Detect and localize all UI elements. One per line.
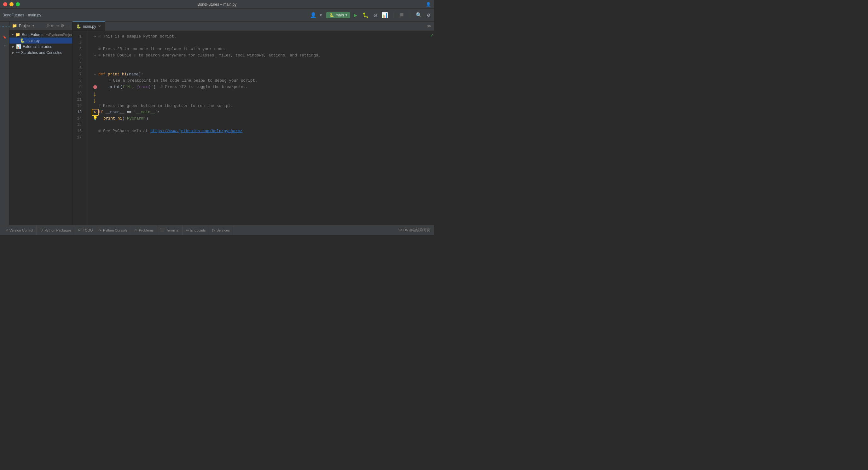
line-num-11: 11 (72, 96, 84, 103)
toolbar-right: 👤 ▾ 🐍 main ▾ ▶ 🐛 ◎ 📊 | ⏹ | 🔍 ⚙ (309, 11, 432, 19)
line12-text: # Press the green button in the gutter t… (98, 103, 233, 109)
user-profile-icon[interactable]: 👤 ▾ (309, 11, 324, 19)
fstring-9: f'Hi, (123, 84, 137, 90)
settings-icon[interactable]: ⚙ (426, 11, 432, 19)
coverage-button[interactable]: ◎ (373, 11, 378, 19)
run-configuration[interactable]: 🐍 main ▾ (326, 12, 350, 18)
line-num-5: 5 (72, 59, 84, 65)
maximize-button[interactable] (16, 2, 20, 6)
status-endpoints[interactable]: ⇔ Endpoints (183, 225, 209, 235)
project-panel-icon[interactable]: Proj (1, 23, 9, 31)
breakpoint-marker[interactable] (93, 85, 97, 89)
minimize-panel-icon[interactable]: — (66, 23, 70, 28)
library-icon: 📊 (16, 44, 21, 49)
tree-item-external-libs[interactable]: ▶ 📊 External Libraries (9, 43, 72, 50)
breadcrumb-separator: › (26, 13, 27, 17)
status-python-packages[interactable]: ⬡ Python Packages (37, 225, 75, 235)
code-line-8: # Use a breakpoint in the code line belo… (92, 78, 430, 84)
locate-icon[interactable]: ⊕ (46, 23, 50, 28)
status-python-console[interactable]: > Python Console (96, 225, 131, 235)
profile-button[interactable]: 📊 (380, 11, 389, 19)
problems-label: Problems (139, 228, 154, 232)
status-terminal[interactable]: ⬛ Terminal (157, 225, 183, 235)
breadcrumb-file[interactable]: main.py (28, 13, 41, 17)
tree-item-main-py[interactable]: 🐍 main.py (9, 37, 72, 43)
structure-panel-icon[interactable]: ≡ (1, 41, 9, 50)
tree-item-bondfutures[interactable]: ▾ 📁 BondFutures ~/PycharmProjects/BondFu… (9, 32, 72, 37)
tab-label: main.py (83, 24, 96, 29)
code-editor[interactable]: 1 2 3 4 5 6 7 8 9 10 11 12 13 14 15 16 1… (72, 31, 434, 225)
scratches-icon: ✏ (16, 50, 20, 55)
editor-tabs: 🐍 main.py ✕ ≫ (72, 22, 434, 31)
code-line-13: ▶ if __name__ == '__main__': (92, 109, 430, 115)
services-icon: ▷ (212, 228, 215, 232)
line-num-1: 1 (72, 33, 84, 40)
collapse-icon[interactable]: ⇤ (51, 23, 55, 28)
print-hi-call: print_hi (103, 115, 122, 122)
line8-text: # Use a breakpoint in the code line belo… (108, 78, 257, 84)
expand-icon[interactable]: ⇥ (56, 23, 59, 28)
run-button[interactable]: ▶ (353, 11, 359, 19)
minimize-button[interactable] (9, 2, 13, 6)
tree-item-scratches[interactable]: ▶ ✏ Scratches and Consoles (9, 50, 72, 56)
fold-icon-1[interactable]: ▸ (94, 33, 96, 40)
tree-expand-arrow: ▾ (12, 33, 13, 36)
todo-icon: ☑ (78, 228, 81, 232)
line16-comment: # See PyCharm help at (98, 128, 150, 135)
fstring-end: ' (151, 84, 154, 90)
project-dropdown-icon[interactable]: ▾ (32, 24, 34, 27)
window-controls[interactable] (3, 2, 20, 6)
folder-icon: 📁 (12, 23, 17, 28)
line-num-17: 17 (72, 135, 84, 141)
fold-icon-4[interactable]: ▸ (94, 52, 96, 59)
main-toolbar: BondFutures › main.py 👤 ▾ 🐍 main ▾ ▶ 🐛 ◎… (0, 9, 434, 22)
breadcrumb-project[interactable]: BondFutures (2, 13, 24, 17)
gear-icon[interactable]: ⚙ (61, 23, 64, 28)
pycharm-link[interactable]: https://www.jetbrains.com/help/pycharm/ (150, 128, 243, 135)
tab-overflow-menu[interactable]: ≫ (424, 23, 434, 29)
left-panel-icons: Proj 🔖 ≡ (0, 22, 9, 225)
line-num-2: 2 (72, 40, 84, 46)
code-line-15 (92, 122, 430, 128)
status-problems[interactable]: ⚠ Problems (131, 225, 157, 235)
project-root-label: BondFutures (22, 32, 43, 37)
code-content[interactable]: ▸ # This is a sample Python script. # Pr… (87, 31, 430, 225)
project-panel-header: 📁 Project ▾ ⊕ ⇤ ⇥ ⚙ — (9, 22, 72, 30)
services-label: Services (217, 228, 230, 232)
packages-icon: ⬡ (40, 228, 43, 232)
project-folder-icon: 📁 (15, 32, 20, 37)
endpoints-label: Endpoints (190, 228, 206, 232)
tab-close-button[interactable]: ✕ (98, 24, 101, 28)
code-line-12: # Press the green button in the gutter t… (92, 103, 430, 109)
project-toolbar: ⊕ ⇤ ⇥ ⚙ — (46, 23, 70, 28)
status-services[interactable]: ▷ Services (209, 225, 233, 235)
problems-icon: ⚠ (134, 228, 137, 232)
run-config-icon: 🐍 (329, 13, 334, 17)
run-config-label: main (336, 13, 344, 17)
user-icon[interactable]: 👤 (426, 2, 431, 7)
status-todo[interactable]: ☑ TODO (75, 225, 96, 235)
status-right-text: CSDN @超级刷可觉 (399, 228, 432, 233)
fold-icon-7[interactable]: ▸ (94, 71, 96, 78)
main-py-label: main.py (27, 38, 40, 43)
run-gutter-button[interactable]: ▶ (92, 109, 99, 116)
stop-button[interactable]: ⏹ (398, 11, 406, 19)
param-name: name (129, 71, 139, 78)
bookmarks-panel-icon[interactable]: 🔖 (1, 33, 9, 41)
func-name: print_hi (108, 71, 127, 78)
editor-tab-main-py[interactable]: 🐍 main.py ✕ (72, 22, 105, 31)
paren-9: ( (120, 84, 123, 90)
scratches-label: Scratches and Consoles (21, 51, 62, 55)
code-line-10: ↓ (92, 90, 430, 96)
lightbulb-icon[interactable]: 💡 (93, 115, 98, 122)
run-config-chevron: ▾ (345, 13, 347, 17)
search-everywhere-icon[interactable]: 🔍 (414, 11, 423, 19)
status-version-control[interactable]: ⑂ Version Control (2, 225, 37, 235)
tree-expand-arrow-scratches: ▶ (12, 51, 14, 54)
debug-button[interactable]: 🐛 (361, 11, 370, 19)
code-line-14: 💡 print_hi('PyCharm') (92, 115, 430, 122)
status-bar: ⑂ Version Control ⬡ Python Packages ☑ TO… (0, 225, 434, 235)
print-call: print (108, 84, 120, 90)
comment-9: # Press ⌘F8 to toggle the breakpoint. (160, 84, 248, 90)
close-button[interactable] (3, 2, 7, 6)
